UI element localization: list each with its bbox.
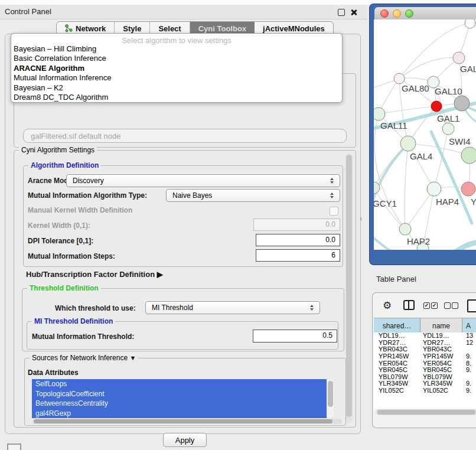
control-panel-title: Control Panel (5, 7, 51, 16)
collapse-down-icon[interactable]: ▼ (129, 354, 136, 361)
network-edge (454, 242, 476, 250)
network-edge (434, 129, 448, 189)
table-cell: 9. (462, 353, 471, 360)
settings-scrollbar-thumb[interactable] (346, 155, 352, 417)
cyni-algorithm-settings-title: Cyni Algorithm Settings (19, 146, 97, 154)
network-node[interactable] (442, 123, 454, 135)
apply-button[interactable]: Apply (163, 433, 207, 447)
network-node-gal11[interactable] (374, 107, 385, 120)
table-cell: YIL052C (374, 387, 420, 394)
algorithm-option[interactable]: ARACNE Algorithm (14, 64, 340, 73)
close-traffic-light-icon[interactable] (380, 9, 389, 18)
table-row[interactable]: YPR145WYPR145W9. (374, 353, 476, 360)
network-edge (379, 106, 436, 114)
network-node-hap2[interactable] (399, 223, 411, 235)
column-header[interactable]: name (420, 318, 462, 333)
which-threshold-combo[interactable]: MI Threshold (145, 301, 320, 314)
minimize-traffic-light-icon[interactable] (393, 9, 401, 18)
node-label-gal11: GAL11 (380, 120, 407, 131)
table-row[interactable]: YBR043CYBR043C (374, 346, 476, 353)
table-row[interactable]: YBL079WYBL079W (374, 374, 476, 381)
table-row[interactable]: YDL19…YDL19…13 (374, 332, 476, 340)
zoom-traffic-light-icon[interactable] (405, 9, 413, 18)
network-node-y[interactable] (461, 182, 475, 196)
columns-icon[interactable] (403, 300, 415, 310)
expand-right-icon[interactable]: ▶ (157, 270, 163, 279)
network-window-titlebar[interactable] (374, 7, 476, 20)
attributes-hscrollbar-thumb[interactable] (34, 419, 332, 423)
network-node-gal1[interactable] (431, 101, 442, 112)
deselect-all-checkbox-icon[interactable] (452, 302, 458, 309)
table-cell: YBR045C (420, 367, 462, 374)
network-node-gal[interactable] (453, 52, 465, 64)
table-cell: YPR145W (420, 353, 462, 360)
gear-icon[interactable]: ⚙ (383, 301, 392, 311)
settings-scrollbar[interactable] (345, 154, 353, 423)
kernel-width-field[interactable]: 0.0 (253, 219, 340, 231)
table-row[interactable]: YLR345WYLR345W9. (374, 380, 476, 387)
mi-steps-label: Mutual Information Steps: (28, 252, 115, 260)
network-source-combo[interactable]: galFiltered.sif default node (23, 129, 347, 143)
manual-kernel-checkbox[interactable] (330, 207, 338, 216)
attributes-hscrollbar[interactable] (32, 419, 342, 424)
network-node[interactable] (454, 96, 470, 111)
table-row[interactable]: YER054CYER054C8. (374, 360, 476, 367)
mi-steps-field[interactable]: 6 (256, 249, 340, 262)
table-hscrollbar-thumb[interactable] (377, 410, 475, 415)
column-header[interactable]: A (462, 318, 476, 333)
spinner-arrows-icon (330, 178, 334, 184)
table-cell: 13 (462, 332, 473, 340)
table-row[interactable]: YDR27…YDR27…12 (374, 340, 476, 347)
network-node-hap4[interactable] (427, 182, 441, 196)
table-cell: YER054C (420, 360, 462, 367)
dpi-tolerance-field[interactable]: 0.0 (256, 234, 340, 246)
splitter-collapse-icon[interactable]: ‹ (360, 214, 362, 223)
table-row[interactable]: YBR045CYBR045C9. (374, 367, 476, 374)
document-icon[interactable] (467, 299, 476, 312)
hub-definition-label[interactable]: Hub/Transcription Factor Definition ▶ (26, 270, 163, 279)
network-edge (399, 23, 470, 79)
network-node[interactable] (465, 19, 475, 28)
tab-label: Select (158, 24, 181, 33)
float-window-icon[interactable] (338, 9, 345, 16)
table-header-row: shared…nameA (374, 318, 476, 334)
attributes-vscrollbar-thumb[interactable] (328, 381, 333, 407)
select-all-checkbox-icon[interactable]: ✓ (423, 302, 430, 309)
algorithm-dropdown-popup: Select algorithm to view settings Bayesi… (11, 33, 343, 103)
table-rows[interactable]: YDL19…YDL19…13YDR27…YDR27…12YBR043CYBR04… (374, 332, 476, 409)
sources-title[interactable]: Sources for Network Inference ▼ (30, 354, 138, 362)
table-row[interactable]: YIL052CYIL052C9. (374, 387, 476, 394)
attribute-item[interactable]: gal4RGexp (32, 409, 327, 419)
attribute-item[interactable]: BetweennessCentrality (32, 399, 327, 409)
network-canvas[interactable]: GALGAL80GAL10GAL1GAL11GAL4SWI4GCY1HAP4YH… (374, 19, 476, 250)
aracne-mode-combo[interactable]: Discovery (66, 174, 340, 187)
attributes-vscrollbar[interactable] (327, 379, 334, 418)
mi-algorithm-type-combo[interactable]: Naive Bayes (166, 189, 340, 202)
column-header[interactable]: shared… (374, 318, 420, 333)
select-all-checkbox-icon[interactable]: ✓ (431, 302, 438, 309)
algorithm-option[interactable]: Mutual Information Inference (14, 73, 340, 83)
network-graph[interactable]: GALGAL80GAL10GAL1GAL11GAL4SWI4GCY1HAP4YH… (374, 19, 476, 250)
network-edge (405, 144, 408, 229)
network-node-swi4[interactable] (461, 147, 476, 164)
corner-widget-icon[interactable] (7, 444, 21, 450)
algorithm-option[interactable]: Dream8 DC_TDC Algorithm (14, 93, 340, 102)
table-hscrollbar[interactable] (376, 409, 476, 415)
network-edge (405, 189, 434, 229)
deselect-all-checkbox-icon[interactable] (444, 302, 451, 309)
algorithm-dropdown-list: Bayesian – Hill ClimbingBasic Correlatio… (14, 44, 340, 102)
network-node-gal4[interactable] (400, 136, 416, 151)
algorithm-option[interactable]: Bayesian – Hill Climbing (14, 44, 340, 54)
close-icon[interactable] (350, 8, 357, 16)
table-cell: YER054C (374, 360, 420, 367)
network-node-gal80[interactable] (394, 73, 405, 84)
node-label-gal1: GAL1 (437, 113, 459, 123)
mi-threshold-field[interactable]: 0.5 (253, 330, 337, 343)
algorithm-option[interactable]: Bayesian – K2 (14, 83, 340, 93)
attribute-item[interactable]: TopologicalCoefficient (32, 389, 327, 399)
algorithm-option[interactable]: Basic Correlation Inference (14, 54, 340, 63)
table-cell: YBL079W (420, 374, 462, 381)
algorithm-dropdown-placeholder: Select algorithm to view settings (11, 36, 342, 45)
attribute-item[interactable]: SelfLoops (32, 379, 327, 389)
data-attributes-list[interactable]: SelfLoopsTopologicalCoefficientBetweenne… (32, 379, 327, 418)
